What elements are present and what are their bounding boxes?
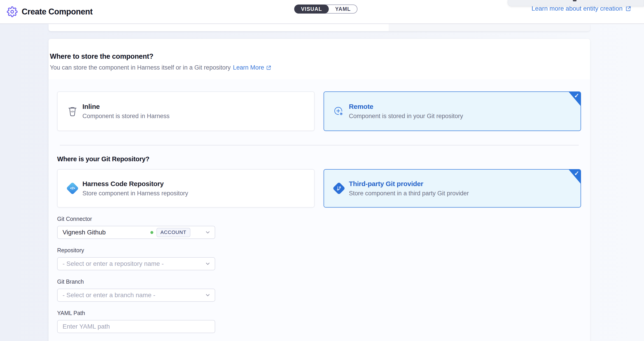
repository-field: Repository - Select or enter a repositor… — [57, 247, 215, 270]
repo-section-heading: Where is your Git Repository? — [57, 155, 581, 163]
yaml-path-input[interactable] — [57, 320, 215, 333]
yaml-path-field: YAML Path — [57, 310, 215, 333]
page-title: Create Component — [22, 7, 92, 16]
git-branch-select[interactable]: - Select or enter a branch name - — [57, 288, 215, 302]
option-card-third-party-git[interactable]: Third-party Git provider Store component… — [324, 169, 581, 208]
git-provider-options: </> Harness Code Repository Store compon… — [57, 169, 581, 208]
external-link-icon — [625, 6, 631, 12]
cutoff-popover-remnant — [508, 0, 644, 6]
learn-more-label: Learn More — [233, 64, 264, 71]
repository-placeholder: - Select or enter a repository name - — [62, 260, 164, 268]
learn-more-link[interactable]: Learn More — [233, 64, 271, 71]
git-branch-field: Git Branch - Select or enter a branch na… — [57, 278, 215, 302]
external-link-icon — [266, 65, 272, 70]
tab-yaml[interactable]: YAML — [329, 6, 357, 12]
chevron-down-icon — [205, 230, 211, 235]
option-desc-remote: Component is stored in your Git reposito… — [349, 113, 463, 120]
storage-type-options: </> Inline Component is stored in Harnes… — [57, 92, 581, 131]
option-card-harness-code[interactable]: </> Harness Code Repository Store compon… — [57, 169, 314, 208]
tab-visual[interactable]: VISUAL — [294, 4, 329, 14]
git-details-form: Git Connector Vignesh Github ACCOUNT Rep… — [57, 216, 215, 333]
page-header: Create Component VISUAL YAML Learn more … — [0, 0, 644, 24]
scope-badge: ACCOUNT — [156, 228, 190, 237]
store-section-intro: Where to store the component? You can st… — [48, 39, 590, 71]
option-desc-inline: Component is stored in Harness — [82, 113, 170, 120]
selected-check-icon — [568, 92, 581, 106]
option-title-harness-code: Harness Code Repository — [82, 180, 188, 188]
store-section-heading: Where to store the component? — [50, 52, 581, 60]
git-connector-value: Vignesh Github — [62, 229, 106, 236]
scrolled-card-remnant — [48, 24, 590, 31]
gear-icon — [7, 6, 18, 17]
option-title-remote: Remote — [349, 103, 463, 110]
create-component-form-panel: Where to store the component? You can st… — [48, 39, 590, 341]
chevron-down-icon — [205, 292, 211, 298]
cutoff-popover-fragment — [573, 0, 576, 1]
option-desc-third-party-git: Store component in a third party Git pro… — [349, 190, 469, 197]
store-options-section: </> Inline Component is stored in Harnes… — [48, 79, 590, 341]
section-divider — [60, 145, 579, 146]
git-connector-select[interactable]: Vignesh Github ACCOUNT — [57, 226, 215, 239]
store-section-subtitle: You can store the component in Harness i… — [50, 64, 230, 71]
scrolled-card-remnant-right — [388, 24, 590, 31]
content-column: Where to store the component? You can st… — [48, 24, 590, 341]
git-connector-field: Git Connector Vignesh Github ACCOUNT — [57, 216, 215, 239]
option-title-third-party-git: Third-party Git provider — [349, 180, 469, 188]
repository-select[interactable]: - Select or enter a repository name - — [57, 257, 215, 270]
git-connector-label: Git Connector — [57, 216, 215, 222]
git-branch-label: Git Branch — [57, 278, 215, 285]
yaml-path-label: YAML Path — [57, 310, 215, 316]
svg-text:</>: </> — [71, 110, 74, 113]
option-desc-harness-code: Store component in Harness repository — [82, 190, 188, 197]
inline-storage-icon: </> — [66, 106, 78, 117]
git-branch-icon — [333, 184, 345, 193]
option-card-remote[interactable]: Remote Component is stored in your Git r… — [324, 92, 581, 131]
option-card-inline[interactable]: </> Inline Component is stored in Harnes… — [57, 92, 314, 131]
remote-storage-icon — [333, 106, 345, 117]
option-title-inline: Inline — [82, 103, 170, 110]
git-branch-placeholder: - Select or enter a branch name - — [62, 292, 155, 299]
scrolled-card-remnant-left — [48, 24, 388, 31]
repository-label: Repository — [57, 247, 215, 254]
green-status-dot — [150, 231, 153, 234]
selected-check-icon — [568, 169, 581, 184]
harness-code-icon: </> — [66, 184, 78, 193]
visual-yaml-toggle[interactable]: VISUAL YAML — [294, 4, 358, 14]
chevron-down-icon — [205, 261, 211, 267]
